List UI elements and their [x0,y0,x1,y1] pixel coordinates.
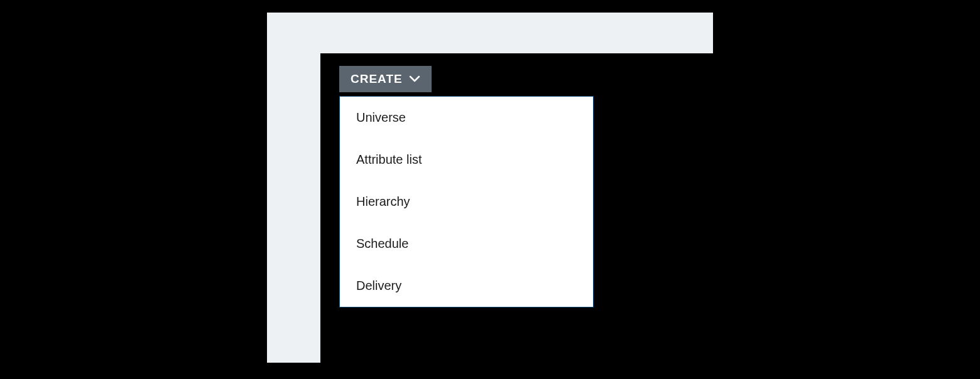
create-button[interactable]: CREATE [339,66,432,92]
menu-item-attribute-list[interactable]: Attribute list [340,139,593,181]
left-panel-background [267,13,320,363]
create-button-label: CREATE [351,72,403,86]
menu-item-universe[interactable]: Universe [340,97,593,139]
menu-item-schedule[interactable]: Schedule [340,223,593,265]
chevron-down-icon [409,75,420,83]
menu-item-label: Universe [356,110,406,124]
menu-item-label: Schedule [356,237,408,250]
top-panel-background [267,13,713,53]
menu-item-hierarchy[interactable]: Hierarchy [340,181,593,223]
menu-item-label: Delivery [356,279,401,292]
menu-item-label: Attribute list [356,152,422,166]
menu-item-label: Hierarchy [356,195,410,208]
menu-item-delivery[interactable]: Delivery [340,265,593,307]
create-dropdown-menu: Universe Attribute list Hierarchy Schedu… [339,96,594,307]
